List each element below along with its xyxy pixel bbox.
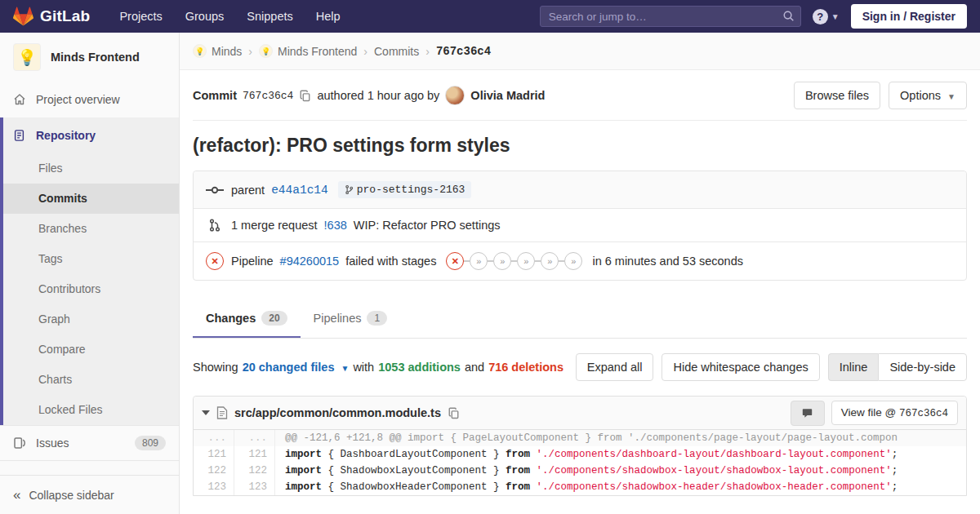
toggle-comments-button[interactable] xyxy=(791,401,825,426)
copy-path-icon[interactable] xyxy=(448,407,460,419)
file-path[interactable]: src/app/common/common.module.ts xyxy=(234,406,441,419)
sidebar-item-contributors[interactable]: Contributors xyxy=(3,274,179,304)
new-line-number[interactable]: 123 xyxy=(234,479,275,495)
parent-label: parent xyxy=(231,184,265,197)
help-menu[interactable]: ? ▼ xyxy=(813,9,840,24)
parent-sha-link[interactable]: e44a1c14 xyxy=(271,184,328,197)
additions-count: 1053 additions xyxy=(378,361,461,374)
branch-icon xyxy=(345,184,354,195)
sidebar-section-repository: Repository FilesCommitsBranchesTagsContr… xyxy=(0,117,179,425)
sidebar-item-graph[interactable]: Graph xyxy=(3,304,179,335)
collapse-sidebar-button[interactable]: « Collapse sidebar xyxy=(0,475,179,514)
stage-status-failed-icon[interactable]: ✕ xyxy=(446,252,464,270)
project-sidebar: 💡 Minds Frontend Project overview Reposi… xyxy=(0,33,180,514)
sidebar-item-branches[interactable]: Branches xyxy=(3,214,179,244)
branch-pill[interactable]: pro-settings-2163 xyxy=(338,181,472,198)
pipeline-row: ✕ Pipeline #94260015 failed with stages … xyxy=(194,241,966,280)
options-button[interactable]: Options ▼ xyxy=(889,82,967,109)
stage-connector xyxy=(535,260,541,262)
changed-files-dropdown[interactable]: 20 changed files ▼ xyxy=(243,361,350,374)
author-avatar[interactable] xyxy=(445,86,465,105)
commit-icon xyxy=(205,184,225,196)
top-navbar: GitLab ProjectsGroupsSnippetsHelp ? ▼ Si… xyxy=(0,0,980,33)
sidebar-item-charts[interactable]: Charts xyxy=(3,365,179,395)
diff-code-row: 121121import { DashboardLayoutComponent … xyxy=(194,446,966,463)
new-line-number[interactable]: ... xyxy=(234,430,275,446)
commit-header: Commit 767c36c4 authored 1 hour ago by O… xyxy=(193,70,967,121)
old-line-number[interactable]: 122 xyxy=(194,463,234,479)
navbar-item-snippets[interactable]: Snippets xyxy=(237,2,302,31)
diff-code-row: 123123import { ShadowboxHeaderComponent … xyxy=(194,479,966,495)
double-chevron-left-icon: « xyxy=(13,487,20,503)
tanuki-icon xyxy=(13,7,33,26)
old-line-number[interactable]: ... xyxy=(194,430,234,446)
old-line-number[interactable]: 123 xyxy=(194,479,234,495)
sidebar-item-commits[interactable]: Commits xyxy=(3,184,179,214)
merge-request-icon xyxy=(205,219,225,232)
sidebar-item-project-overview[interactable]: Project overview xyxy=(0,82,179,117)
copy-sha-icon[interactable] xyxy=(299,90,311,102)
stage-connector xyxy=(559,260,564,262)
options-label: Options xyxy=(900,89,941,102)
sidebar-item-tags[interactable]: Tags xyxy=(3,244,179,274)
commit-tabs: Changes 20 Pipelines 1 xyxy=(193,299,967,339)
pipeline-mini-graph: ✕»»»»» xyxy=(446,252,582,270)
inline-view-button[interactable]: Inline xyxy=(828,353,879,381)
main-content: 💡 Minds › 💡 Minds Frontend › Commits › 7… xyxy=(180,33,980,514)
breadcrumb-group[interactable]: 💡 Minds xyxy=(193,44,242,58)
navbar-item-groups[interactable]: Groups xyxy=(176,2,234,31)
commit-title: (refactor): PRO settings form styles xyxy=(193,135,967,157)
side-by-side-view-button[interactable]: Side-by-side xyxy=(878,353,967,381)
document-icon xyxy=(13,129,28,142)
collapse-file-icon[interactable] xyxy=(202,410,210,415)
expand-all-button[interactable]: Expand all xyxy=(576,353,654,381)
tab-changes[interactable]: Changes 20 xyxy=(193,299,301,338)
pipeline-status-icon[interactable]: ✕ xyxy=(205,252,225,270)
branch-name: pro-settings-2163 xyxy=(357,184,466,196)
and-label: and xyxy=(465,361,484,374)
diff-view-toggle: Inline Side-by-side xyxy=(828,353,967,381)
tab-pipelines[interactable]: Pipelines 1 xyxy=(301,299,401,338)
gitlab-logo[interactable]: GitLab xyxy=(13,7,90,26)
stage-status-skipped-icon[interactable]: » xyxy=(493,252,511,270)
new-line-number[interactable]: 121 xyxy=(234,446,275,463)
view-file-label: View file @ xyxy=(841,406,896,419)
sidebar-project-header[interactable]: 💡 Minds Frontend xyxy=(0,33,179,82)
navbar-item-projects[interactable]: Projects xyxy=(109,2,172,31)
authored-text: authored 1 hour ago by xyxy=(317,89,439,102)
stage-status-skipped-icon[interactable]: » xyxy=(564,252,582,270)
pipeline-id-link[interactable]: #94260015 xyxy=(280,255,340,268)
diff-hunk-row: ......@@ -121,6 +121,8 @@ import { PageL… xyxy=(194,430,966,446)
sidebar-item-compare[interactable]: Compare xyxy=(3,335,179,365)
file-icon xyxy=(216,406,228,419)
stage-status-skipped-icon[interactable]: » xyxy=(541,252,559,270)
breadcrumb-project-label: Minds Frontend xyxy=(278,45,357,58)
browse-files-button[interactable]: Browse files xyxy=(794,82,880,109)
stage-status-skipped-icon[interactable]: » xyxy=(517,252,535,270)
sidebar-item-locked-files[interactable]: Locked Files xyxy=(3,395,179,425)
merge-request-row: 1 merge request !638 WIP: Refactor PRO s… xyxy=(194,208,966,241)
sign-in-button[interactable]: Sign in / Register xyxy=(851,4,967,29)
sidebar-item-repository[interactable]: Repository xyxy=(3,117,179,153)
breadcrumb-commits[interactable]: Commits xyxy=(374,45,419,58)
stage-connector xyxy=(464,260,470,262)
sidebar-item-issues[interactable]: Issues 809 xyxy=(0,425,179,461)
mr-ref-link[interactable]: !638 xyxy=(324,219,347,232)
pipelines-count-badge: 1 xyxy=(367,311,387,326)
search-icon[interactable] xyxy=(782,10,795,22)
old-line-number[interactable]: 121 xyxy=(194,446,234,463)
search-input[interactable] xyxy=(540,6,801,27)
sidebar-item-label: Project overview xyxy=(36,93,120,106)
view-file-button[interactable]: View file @ 767c36c4 xyxy=(831,401,958,425)
help-icon: ? xyxy=(813,9,828,24)
breadcrumb-project[interactable]: 💡 Minds Frontend xyxy=(259,44,357,58)
author-name[interactable]: Olivia Madrid xyxy=(470,89,545,102)
sidebar-item-files[interactable]: Files xyxy=(3,153,179,184)
deletions-count: 716 deletions xyxy=(488,361,564,374)
navbar-item-help[interactable]: Help xyxy=(306,2,350,31)
hide-whitespace-button[interactable]: Hide whitespace changes xyxy=(662,353,819,381)
stage-status-skipped-icon[interactable]: » xyxy=(470,252,488,270)
view-file-sha: 767c36c4 xyxy=(899,408,948,419)
new-line-number[interactable]: 122 xyxy=(234,463,275,479)
breadcrumb-commits-label: Commits xyxy=(374,45,419,58)
